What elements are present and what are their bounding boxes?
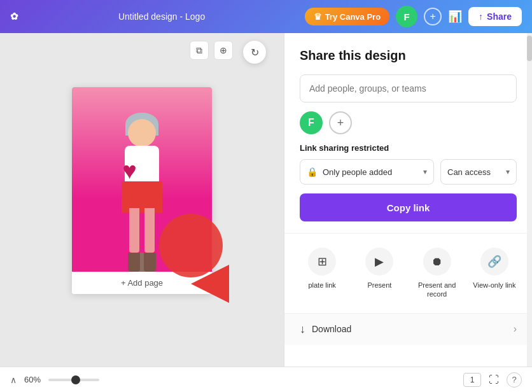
link-controls: 🔒 Only people added ▾ Can access ▾ <box>300 159 517 185</box>
share-panel-content: Share this design F + Link sharing restr… <box>284 33 532 233</box>
canvas-tools: ⧉ ⊕ <box>190 41 233 60</box>
add-collaborator-button[interactable]: + <box>424 8 442 25</box>
zoom-slider-thumb[interactable] <box>71 375 80 384</box>
share-icon: ↑ <box>479 11 483 22</box>
people-input[interactable] <box>300 74 517 102</box>
try-canva-button[interactable]: ♛ Try Canva Pro <box>305 8 389 25</box>
link-restriction-value: Only people added <box>323 167 418 177</box>
analytics-icon[interactable]: 📊 <box>448 10 462 24</box>
present-icon: ▶ <box>365 248 393 276</box>
scrollbar-thumb[interactable] <box>527 36 532 61</box>
zoom-slider-container <box>48 379 99 381</box>
access-chevron-icon: ▾ <box>506 167 510 176</box>
present-record-label: Present and record <box>414 281 461 299</box>
girl-leg-left <box>129 208 139 253</box>
avatar-row: F + <box>300 111 517 134</box>
access-level-dropdown[interactable]: Can access ▾ <box>440 159 517 185</box>
lock-icon: 🔒 <box>307 167 318 177</box>
design-card: ♥ + Add page <box>72 87 212 313</box>
download-icon: ↓ <box>300 323 305 336</box>
user-avatar-panel: F <box>300 111 323 134</box>
design-canvas: ♥ + Add page <box>72 87 212 294</box>
help-button[interactable]: ? <box>507 372 522 388</box>
girl-legs <box>129 208 155 253</box>
topbar: ✿ Untitled design - Logo ♛ Try Canva Pro… <box>0 0 532 33</box>
topbar-actions: ♛ Try Canva Pro F + 📊 ↑ Share <box>305 6 522 27</box>
girl-boot-right <box>144 253 156 272</box>
page-indicator: 1 <box>463 373 481 387</box>
download-label: Download <box>312 324 507 334</box>
fullscreen-icon[interactable]: ⛶ <box>489 374 499 386</box>
girl-head <box>128 119 156 147</box>
link-restriction-dropdown[interactable]: 🔒 Only people added ▾ <box>300 159 434 185</box>
user-avatar[interactable]: F <box>396 6 417 27</box>
download-chevron-icon: › <box>514 323 517 335</box>
girl-boots <box>128 253 156 272</box>
present-record-icon: ⏺ <box>423 248 451 276</box>
girl-leg-right <box>144 208 155 253</box>
bottom-bar: ∧ 60% 1 ⛶ ? <box>0 367 532 392</box>
design-title: Untitled design - Logo <box>118 11 205 22</box>
link-sharing-label: Link sharing restricted <box>300 143 517 153</box>
share-panel-title: Share this design <box>300 48 517 63</box>
girl-illustration <box>116 113 167 272</box>
bottom-right-controls: 1 ⛶ ? <box>463 372 522 388</box>
duplicate-tool-button[interactable]: ⧉ <box>190 41 209 60</box>
add-page-button[interactable]: + Add page <box>72 272 212 294</box>
present-action[interactable]: ▶ Present <box>352 240 407 307</box>
add-page-tool-button[interactable]: ⊕ <box>214 41 233 60</box>
copy-link-button[interactable]: Copy link <box>300 193 517 221</box>
canvas-area: ⧉ ⊕ ↻ <box>0 33 284 367</box>
crown-icon: ♛ <box>314 11 322 22</box>
share-button[interactable]: ↑ Share <box>468 7 522 26</box>
view-only-link-icon: 🔗 <box>480 248 508 276</box>
girl-boot-left <box>128 253 140 272</box>
main-area: ⧉ ⊕ ↻ <box>0 33 532 367</box>
scrollbar[interactable] <box>527 33 532 367</box>
template-link-icon: ⊞ <box>308 248 336 276</box>
present-label: Present <box>367 281 391 290</box>
canva-logo: ✿ <box>10 11 19 22</box>
present-record-action[interactable]: ⏺ Present and record <box>410 240 465 307</box>
download-row[interactable]: ↓ Download › <box>284 313 532 345</box>
view-only-link-label: View-only link <box>473 281 515 290</box>
view-only-link-action[interactable]: 🔗 View-only link <box>467 240 522 307</box>
share-panel: Share this design F + Link sharing restr… <box>284 33 532 367</box>
template-link-action[interactable]: ⊞ plate link <box>295 240 349 307</box>
zoom-level-label: 60% <box>24 375 41 384</box>
action-buttons-grid: ⊞ plate link ▶ Present ⏺ Present and rec… <box>284 233 532 313</box>
access-level-value: Can access <box>447 167 502 177</box>
template-link-label: plate link <box>308 281 335 290</box>
chevron-up-icon[interactable]: ∧ <box>10 375 17 385</box>
refresh-button[interactable]: ↻ <box>243 41 266 64</box>
add-people-button[interactable]: + <box>329 111 352 134</box>
chevron-down-icon: ▾ <box>423 167 427 176</box>
heart-decoration: ♥ <box>122 157 137 185</box>
zoom-slider[interactable] <box>48 379 99 381</box>
